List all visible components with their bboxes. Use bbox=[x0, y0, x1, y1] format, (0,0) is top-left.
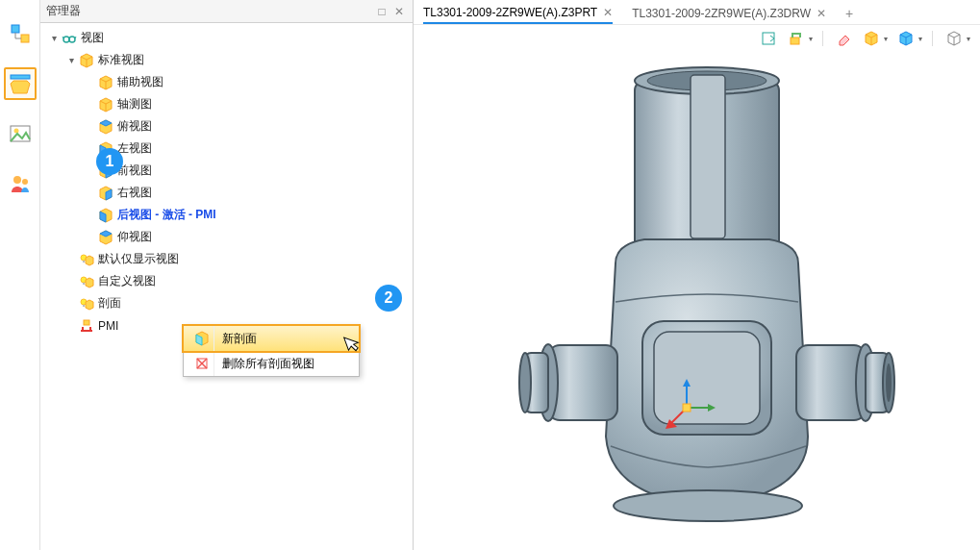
tree-label-active: 后视图 - 激活 - PMI bbox=[117, 207, 216, 223]
bulb-cube-icon bbox=[79, 274, 94, 289]
toolbar-image-icon[interactable] bbox=[4, 117, 37, 150]
tree-label: 仰视图 bbox=[117, 229, 152, 245]
tree-label: 左视图 bbox=[117, 140, 152, 157]
svg-marker-38 bbox=[86, 278, 93, 288]
bulb-cube-icon bbox=[79, 296, 94, 312]
panel-minimize-icon[interactable]: □ bbox=[374, 4, 389, 19]
tab-close-icon[interactable]: ✕ bbox=[817, 7, 826, 20]
tree-label: 默认仅显示视图 bbox=[98, 251, 179, 267]
svg-marker-41 bbox=[86, 300, 93, 310]
svg-marker-78 bbox=[683, 379, 691, 387]
tree-label: 剖面 bbox=[98, 295, 121, 312]
tab-close-icon[interactable]: ✕ bbox=[603, 6, 613, 19]
svg-point-8 bbox=[13, 176, 21, 184]
section-cube-icon bbox=[189, 326, 214, 351]
tree-back-view-active[interactable]: 后视图 - 激活 - PMI bbox=[40, 204, 413, 226]
svg-point-65 bbox=[614, 490, 802, 521]
toolbar-view-manager-icon[interactable] bbox=[4, 67, 37, 100]
cube-face-bottom-icon bbox=[98, 230, 113, 245]
tree-right-view[interactable]: 右视图 bbox=[40, 182, 413, 204]
menu-item-label: 新剖面 bbox=[222, 331, 257, 347]
svg-rect-83 bbox=[683, 404, 691, 412]
twisty-icon[interactable]: ▾ bbox=[48, 33, 60, 44]
tree-default-show[interactable]: 默认仅显示视图 bbox=[40, 248, 413, 270]
panel-title: 管理器 bbox=[46, 3, 372, 19]
cube-blue-icon[interactable] bbox=[897, 30, 915, 47]
menu-delete-all-sections[interactable]: 删除所有剖面视图 bbox=[184, 351, 359, 376]
svg-rect-64 bbox=[691, 75, 725, 238]
svg-line-13 bbox=[63, 37, 63, 38]
tree-top-view[interactable]: 俯视图 bbox=[40, 115, 413, 138]
svg-marker-80 bbox=[708, 404, 716, 412]
chevron-down-icon[interactable]: ▾ bbox=[967, 35, 970, 43]
svg-rect-4 bbox=[11, 75, 30, 79]
separator bbox=[822, 31, 826, 46]
tree-label: 右视图 bbox=[117, 185, 152, 201]
paint-layer-icon[interactable] bbox=[788, 30, 805, 47]
svg-marker-5 bbox=[11, 81, 30, 93]
twisty-icon[interactable]: ▾ bbox=[65, 55, 77, 66]
cube-face-top-icon bbox=[98, 119, 113, 135]
menu-new-section[interactable]: 新剖面 bbox=[184, 326, 359, 351]
pmi-icon bbox=[79, 318, 94, 334]
chevron-down-icon[interactable]: ▾ bbox=[918, 35, 922, 43]
panel-close-icon[interactable]: ✕ bbox=[391, 4, 407, 19]
view-tree: 1 2 ▾ 视图 ▾ 标准视图 辅助视图 bbox=[40, 23, 413, 550]
tree-label: 轴测图 bbox=[117, 96, 152, 112]
svg-point-11 bbox=[69, 37, 75, 42]
cube-gold-icon bbox=[98, 75, 113, 90]
toolbar-user-icon[interactable] bbox=[4, 167, 37, 200]
cube-face-right-icon bbox=[98, 186, 113, 201]
plus-icon: + bbox=[845, 6, 853, 21]
svg-rect-53 bbox=[791, 38, 799, 44]
svg-marker-54 bbox=[840, 36, 849, 45]
svg-rect-37 bbox=[83, 283, 85, 285]
tab-prt[interactable]: TL3301-2009-2ZR9WE(A).Z3PRT ✕ bbox=[423, 3, 613, 24]
tree-label: 俯视图 bbox=[117, 118, 152, 135]
svg-rect-45 bbox=[84, 320, 89, 325]
export-view-icon[interactable] bbox=[761, 30, 778, 47]
chevron-down-icon[interactable]: ▾ bbox=[809, 35, 813, 43]
cube-gold-icon[interactable] bbox=[863, 30, 880, 47]
svg-rect-1 bbox=[21, 35, 29, 42]
svg-point-10 bbox=[63, 37, 69, 42]
svg-rect-40 bbox=[83, 305, 85, 307]
model-render bbox=[414, 52, 980, 550]
model-canvas[interactable] bbox=[414, 52, 980, 550]
tree-custom-view[interactable]: 自定义视图 bbox=[40, 270, 413, 292]
tree-root-views[interactable]: ▾ 视图 bbox=[40, 27, 413, 49]
tree-section-view[interactable]: 剖面 bbox=[40, 292, 413, 314]
tree-standard-views[interactable]: ▾ 标准视图 bbox=[40, 49, 413, 71]
svg-marker-82 bbox=[666, 419, 677, 429]
delete-slice-icon bbox=[189, 351, 214, 376]
svg-point-9 bbox=[22, 179, 28, 185]
bulb-cube-icon bbox=[79, 252, 94, 267]
toolbar-model-tree-icon[interactable] bbox=[4, 17, 37, 50]
manager-panel: 管理器 □ ✕ 1 2 ▾ 视图 ▾ 标准视图 辅助视图 bbox=[40, 0, 414, 550]
svg-rect-52 bbox=[763, 33, 774, 44]
context-menu: 新剖面 删除所有剖面视图 bbox=[183, 325, 360, 377]
eraser-icon[interactable] bbox=[836, 30, 853, 47]
svg-rect-0 bbox=[12, 25, 19, 33]
glasses-icon bbox=[62, 31, 77, 46]
tab-drw[interactable]: TL3301-2009-2ZR9WE(A).Z3DRW ✕ bbox=[632, 3, 826, 24]
cube-gold-icon bbox=[79, 53, 94, 68]
axis-triad-icon bbox=[658, 379, 716, 437]
tab-label: TL3301-2009-2ZR9WE(A).Z3PRT bbox=[423, 6, 597, 19]
svg-point-7 bbox=[13, 129, 18, 134]
cube-gold-icon bbox=[98, 97, 113, 112]
tree-aux-view[interactable]: 辅助视图 bbox=[40, 71, 413, 93]
svg-line-14 bbox=[75, 37, 76, 38]
tree-axo-view[interactable]: 轴测图 bbox=[40, 93, 413, 115]
tab-add[interactable]: + bbox=[845, 3, 853, 24]
cube-wire-icon[interactable] bbox=[945, 30, 963, 47]
tree-label: 视图 bbox=[81, 30, 104, 46]
viewport: TL3301-2009-2ZR9WE(A).Z3PRT ✕ TL3301-200… bbox=[414, 0, 980, 550]
chevron-down-icon[interactable]: ▾ bbox=[884, 35, 888, 43]
tree-bottom-view[interactable]: 仰视图 bbox=[40, 226, 413, 248]
separator bbox=[932, 31, 936, 46]
svg-marker-35 bbox=[86, 256, 93, 265]
callout-badge-1: 1 bbox=[96, 148, 123, 175]
tab-label: TL3301-2009-2ZR9WE(A).Z3DRW bbox=[632, 7, 811, 20]
menu-item-label: 删除所有剖面视图 bbox=[222, 356, 314, 372]
